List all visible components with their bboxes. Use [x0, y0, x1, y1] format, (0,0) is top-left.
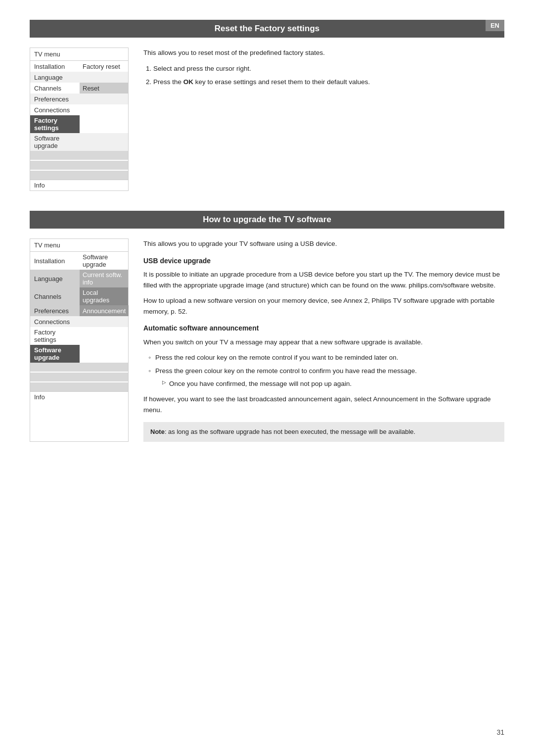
note-text: : as long as the software upgrade has no… — [165, 428, 415, 435]
menu2-sep2 — [30, 373, 128, 381]
auto-bullet1: Press the red colour key on the remote c… — [148, 352, 504, 363]
menu2-row-language: Language Current softw. info — [30, 270, 128, 287]
menu2-row-factory-settings: Factory settings — [30, 327, 128, 345]
section2-content: TV menu Installation Software upgrade La… — [30, 238, 504, 442]
auto-bullet2: Press the green colour key on the remote… — [148, 366, 504, 389]
auto-announcement-header: Automatic software announcement — [143, 323, 504, 333]
menu1-sep3 — [30, 171, 128, 180]
menu1-row-installation: Installation Factory reset — [30, 61, 128, 72]
menu2-row-connections: Connections — [30, 316, 128, 327]
section1-tv-menu: TV menu Installation Factory reset Langu… — [30, 47, 129, 191]
lang-badge: EN — [486, 20, 504, 31]
menu1-row-language: Language — [30, 72, 128, 83]
section2-header: How to upgrade the TV software — [30, 211, 504, 229]
menu1-sep2 — [30, 161, 128, 170]
section1-right: This allows you to reset most of the pre… — [143, 47, 504, 191]
section1-steps: Select and press the cursor right. Press… — [153, 63, 504, 88]
note-label: Note — [150, 428, 165, 435]
page-number: 31 — [496, 728, 504, 736]
section2-wrapper: How to upgrade the TV software TV menu I… — [30, 211, 504, 442]
page-container: ⏮ ◀ ▶ ⏭ Reset the Factory settings EN TV… — [0, 0, 534, 756]
note-box: Note: as long as the software upgrade ha… — [143, 422, 504, 442]
auto-bullets: Press the red colour key on the remote c… — [148, 352, 504, 389]
menu1-row-channels: Channels Reset — [30, 83, 128, 94]
menu2-row-preferences: Preferences Announcement — [30, 305, 128, 316]
section1-description: This allows you to reset most of the pre… — [143, 47, 504, 58]
menu1-row-connections: Connections — [30, 104, 128, 115]
auto-sub-bullet1: Once you have confirmed, the message wil… — [162, 378, 504, 389]
section1-wrapper: Reset the Factory settings EN TV menu In… — [30, 20, 504, 191]
usb-text2: How to upload a new software version on … — [143, 295, 504, 317]
auto-text: When you switch on your TV a message may… — [143, 337, 504, 348]
section1-header: Reset the Factory settings EN — [30, 20, 504, 38]
menu2-row-info: Info — [30, 391, 128, 402]
section2-right: This allows you to upgrade your TV softw… — [143, 238, 504, 442]
menu2-row-channels: Channels Local upgrades — [30, 287, 128, 305]
section2-tv-menu: TV menu Installation Software upgrade La… — [30, 238, 129, 442]
section2-description: This allows you to upgrade your TV softw… — [143, 238, 504, 249]
section1-step2: Press the OK key to erase settings and r… — [153, 77, 504, 88]
menu2-title: TV menu — [30, 239, 128, 252]
menu2-sep3 — [30, 382, 128, 391]
menu2-row-installation: Installation Software upgrade — [30, 252, 128, 270]
menu1-row-info: Info — [30, 180, 128, 190]
menu2-row-software-upgrade: Software upgrade — [30, 345, 128, 363]
usb-text1: It is possible to initiate an upgrade pr… — [143, 269, 504, 290]
menu1-row-preferences: Preferences — [30, 94, 128, 104]
menu1-sep1 — [30, 151, 128, 160]
announcement-text: If however, you want to see the last bro… — [143, 394, 504, 415]
auto-sub-bullets: Once you have confirmed, the message wil… — [162, 378, 504, 389]
menu1-row-factory-settings: Factory settings — [30, 115, 128, 133]
section1-content: TV menu Installation Factory reset Langu… — [30, 47, 504, 191]
section1-step1: Select and press the cursor right. — [153, 63, 504, 74]
menu1-title: TV menu — [30, 48, 128, 61]
usb-upgrade-header: USB device upgrade — [143, 255, 504, 266]
menu2-sep1 — [30, 363, 128, 372]
menu1-row-software-upgrade: Software upgrade — [30, 133, 128, 151]
